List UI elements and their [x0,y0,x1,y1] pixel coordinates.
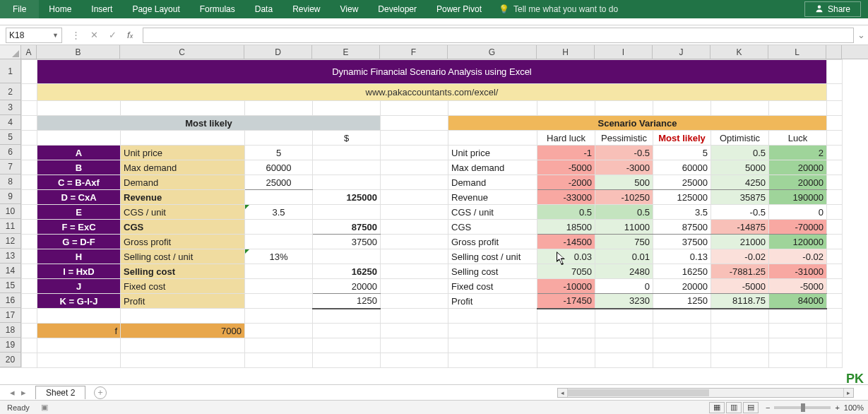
col-header[interactable]: D [244,45,312,59]
cell[interactable]: 3.5 [245,205,313,220]
developer-tab[interactable]: Developer [368,0,427,18]
cell[interactable]: 3.5 [653,205,711,220]
cell[interactable]: -1 [537,146,595,160]
cell[interactable]: 5 [245,146,313,160]
cell[interactable]: 500 [595,175,653,190]
cell[interactable] [245,264,313,279]
col-header[interactable]: A [21,45,37,59]
f-value[interactable]: 7000 [121,324,245,338]
cell[interactable]: 18500 [537,220,595,235]
cell[interactable]: 5 [653,146,711,160]
cell[interactable] [313,175,381,190]
col-header[interactable]: E [312,45,380,59]
cell[interactable] [313,146,381,160]
col-header[interactable]: F [380,45,448,59]
col-header[interactable]: C [120,45,244,59]
cell[interactable]: 190000 [769,190,827,205]
scroll-left-icon[interactable]: ◂ [558,389,568,397]
cell[interactable]: 125000 [313,190,381,205]
cell[interactable]: 1250 [313,294,381,309]
cell[interactable]: -5000 [711,279,769,294]
row-header[interactable]: 15 [0,278,21,293]
row-header[interactable]: 19 [0,338,21,353]
row-header[interactable]: 11 [0,219,21,234]
cell[interactable]: 120000 [769,235,827,249]
name-box[interactable]: K18 ▼ [6,28,62,43]
tab-nav-prev-icon[interactable]: ▸ [18,387,28,398]
page-break-view-button[interactable]: ▤ [743,402,759,413]
row-header[interactable]: 8 [0,175,21,189]
col-header[interactable]: L [768,45,826,59]
cell[interactable]: 0 [595,279,653,294]
cell[interactable] [245,235,313,249]
cell[interactable]: 0.5 [595,205,653,220]
zoom-out-icon[interactable]: − [766,403,770,412]
cell[interactable] [313,249,381,264]
cell[interactable]: -0.5 [595,146,653,160]
enter-icon[interactable]: ✓ [106,30,119,40]
col-header[interactable]: B [37,45,120,59]
cell[interactable]: 20000 [769,175,827,190]
cancel-icon[interactable]: ✕ [88,30,100,40]
cell[interactable]: 37500 [313,235,381,249]
zoom-percent[interactable]: 100% [844,403,864,412]
cell[interactable]: 0.5 [711,146,769,160]
file-tab[interactable]: File [0,0,39,18]
row-header[interactable]: 6 [0,145,21,160]
row-header[interactable]: 10 [0,204,21,219]
row-header[interactable]: 5 [0,130,21,145]
cell[interactable]: 3230 [595,294,653,309]
data-tab[interactable]: Data [245,0,283,18]
fx-icon[interactable]: fx [124,30,136,40]
col-header[interactable]: I [595,45,653,59]
cell[interactable] [313,205,381,220]
row-header[interactable]: 16 [0,293,21,308]
formulas-tab[interactable]: Formulas [190,0,245,18]
cell[interactable]: -7881.25 [711,264,769,279]
cell[interactable]: 0 [769,205,827,220]
power-pivot-tab[interactable]: Power Pivot [427,0,492,18]
add-sheet-button[interactable]: ＋ [94,386,107,399]
row-header[interactable]: 12 [0,234,21,249]
row-header[interactable]: 1 [0,59,21,83]
cell[interactable]: 60000 [245,160,313,175]
sheet-tab[interactable]: Sheet 2 [35,386,85,399]
col-header[interactable]: J [653,45,711,59]
row-header[interactable]: 17 [0,308,21,323]
cell[interactable]: 11000 [595,220,653,235]
select-all-corner[interactable] [0,45,21,59]
insert-tab[interactable]: Insert [81,0,122,18]
col-header[interactable] [826,45,842,59]
cell[interactable] [245,279,313,294]
cell[interactable]: 60000 [653,160,711,175]
cell[interactable]: 20000 [769,160,827,175]
cell[interactable]: 16250 [653,264,711,279]
cell[interactable]: 125000 [653,190,711,205]
page-layout-tab[interactable]: Page Layout [122,0,189,18]
cell[interactable]: -14500 [537,235,595,249]
cell[interactable]: 84000 [769,294,827,309]
formula-input[interactable] [143,28,854,43]
view-tab[interactable]: View [331,0,369,18]
row-header[interactable]: 7 [0,160,21,175]
normal-view-button[interactable]: ▦ [709,402,725,413]
cell[interactable]: -17450 [537,294,595,309]
page-layout-view-button[interactable]: ▥ [726,402,742,413]
cell[interactable]: -2000 [537,175,595,190]
cell[interactable]: 2480 [595,264,653,279]
cell[interactable]: 20000 [653,279,711,294]
cell[interactable]: 2 [769,146,827,160]
macro-record-icon[interactable]: ▣ [37,403,52,412]
cell[interactable]: 0.5 [537,205,595,220]
cell[interactable]: 7050 [537,264,595,279]
cell[interactable]: 0.01 [595,249,653,264]
cell[interactable]: -5000 [537,160,595,175]
cell[interactable]: 20000 [313,279,381,294]
cell[interactable]: 5000 [711,160,769,175]
cell[interactable]: 1250 [653,294,711,309]
grid[interactable]: 1 2 3 4 5 6 7 8 9 10 11 12 13 14 15 16 1… [0,59,868,377]
row-header[interactable]: 14 [0,264,21,278]
cell[interactable]: 750 [595,235,653,249]
cell[interactable]: 87500 [313,220,381,235]
col-header[interactable]: G [448,45,537,59]
